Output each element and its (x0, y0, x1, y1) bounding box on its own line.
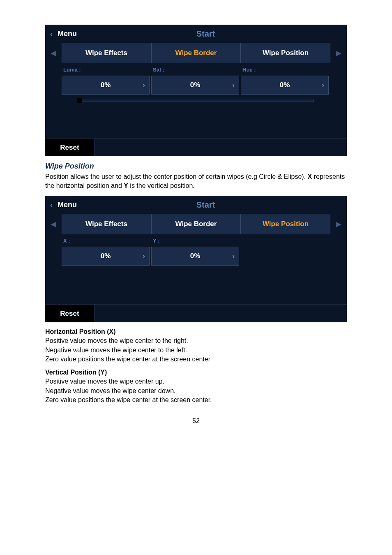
text: is the vertical position. (128, 182, 195, 189)
param-y: Y : 0% › (151, 234, 241, 266)
param-label-sat: Sat : (151, 63, 239, 76)
param-value-x[interactable]: 0% › (62, 247, 150, 266)
tab-next-icon[interactable]: ▶ (330, 43, 347, 63)
param-row: X : 0% › Y : 0% › (45, 234, 347, 266)
text: Position allows the user to adjust the c… (45, 173, 308, 180)
slider-track[interactable] (78, 99, 314, 102)
vpos-line2: Negative value moves the wipe center dow… (45, 386, 347, 395)
param-value-text: 0% (190, 81, 201, 89)
tab-row: ◀ Wipe Effects Wipe Border Wipe Position… (45, 214, 347, 234)
menu-label[interactable]: Menu (58, 201, 101, 209)
panel-spacer (45, 271, 347, 304)
param-value-text: 0% (190, 252, 201, 260)
chevron-right-icon: › (232, 81, 235, 90)
param-luma: Luma : 0% › (62, 63, 151, 95)
spacer (45, 266, 347, 271)
tab-wipe-border[interactable]: Wipe Border (151, 214, 241, 234)
wipe-position-panel: ‹ Menu Start ◀ Wipe Effects Wipe Border … (45, 196, 347, 322)
param-hue: Hue : 0% › (241, 63, 330, 95)
screen-title: Start (101, 29, 347, 39)
bottom-row: Reset (45, 138, 347, 156)
param-value-text: 0% (101, 81, 111, 89)
param-label-hue: Hue : (241, 63, 329, 76)
vpos-line3: Zero value positions the wipe center at … (45, 395, 347, 405)
param-value-hue[interactable]: 0% › (241, 76, 329, 95)
bottom-row: Reset (45, 304, 347, 322)
menu-label[interactable]: Menu (58, 30, 101, 38)
param-label-empty (241, 234, 329, 247)
param-label-x: X : (62, 234, 150, 247)
bold-x: X (308, 173, 312, 180)
bold-y: Y (124, 182, 128, 189)
param-x: X : 0% › (62, 234, 151, 266)
wipe-border-panel: ‹ Menu Start ◀ Wipe Effects Wipe Border … (45, 25, 347, 156)
hpos-line1: Positive value moves the wipe center to … (45, 336, 347, 345)
param-value-empty (241, 247, 329, 266)
chevron-right-icon: › (322, 81, 324, 90)
param-label-luma: Luma : (62, 63, 150, 76)
param-value-sat[interactable]: 0% › (151, 76, 239, 95)
screen-title: Start (101, 200, 347, 210)
tab-next-icon[interactable]: ▶ (330, 214, 347, 234)
tab-wipe-position[interactable]: Wipe Position (241, 214, 330, 234)
param-value-text: 0% (280, 81, 290, 89)
page-number: 52 (45, 417, 347, 425)
reset-button[interactable]: Reset (45, 305, 95, 322)
param-value-text: 0% (101, 252, 111, 260)
slider-thumb[interactable] (77, 98, 82, 103)
tab-wipe-position[interactable]: Wipe Position (241, 43, 330, 63)
tab-wipe-border[interactable]: Wipe Border (151, 43, 241, 63)
tab-prev-icon[interactable]: ◀ (45, 214, 62, 234)
tab-prev-icon[interactable]: ◀ (45, 43, 62, 63)
param-empty (241, 234, 330, 266)
tab-row: ◀ Wipe Effects Wipe Border Wipe Position… (45, 43, 347, 63)
hpos-line3: Zero value positions the wipe center at … (45, 355, 347, 364)
chevron-right-icon: › (143, 252, 145, 261)
tab-wipe-effects[interactable]: Wipe Effects (62, 214, 151, 234)
vpos-line1: Positive value moves the wipe center up. (45, 377, 347, 386)
section-body: Position allows the user to adjust the c… (45, 172, 347, 190)
param-value-y[interactable]: 0% › (151, 247, 239, 266)
tab-wipe-effects[interactable]: Wipe Effects (62, 43, 151, 63)
param-sat: Sat : 0% › (151, 63, 241, 95)
param-label-y: Y : (151, 234, 239, 247)
chevron-right-icon: › (232, 252, 235, 261)
param-row: Luma : 0% › Sat : 0% › Hue : 0% › (45, 63, 347, 95)
panel-header: ‹ Menu Start (45, 25, 347, 43)
hpos-line2: Negative value moves the wipe center to … (45, 346, 347, 355)
section-heading: Wipe Position (45, 162, 347, 171)
reset-button[interactable]: Reset (45, 139, 95, 156)
hpos-heading: Horizontal Position (X) (45, 328, 347, 335)
panel-spacer (45, 105, 347, 138)
chevron-right-icon: › (143, 81, 145, 90)
panel-header: ‹ Menu Start (45, 196, 347, 214)
param-value-luma[interactable]: 0% › (62, 76, 150, 95)
back-chevron-icon[interactable]: ‹ (45, 200, 58, 210)
vpos-heading: Vertical Position (Y) (45, 369, 347, 376)
back-chevron-icon[interactable]: ‹ (45, 29, 58, 39)
